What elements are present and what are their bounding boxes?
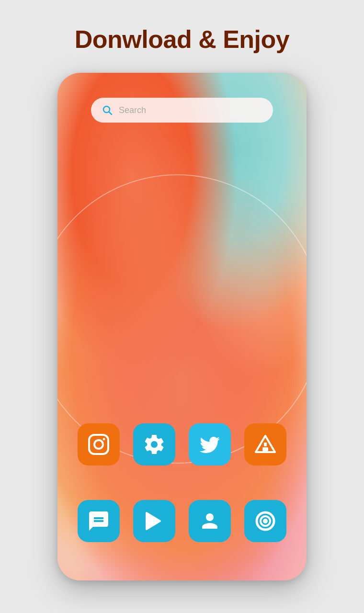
app-icon-instagram[interactable] bbox=[78, 423, 120, 465]
app-icon-messages[interactable] bbox=[78, 500, 120, 542]
svg-rect-6 bbox=[262, 447, 268, 451]
phone-frame: Search bbox=[57, 73, 307, 580]
svg-point-10 bbox=[263, 519, 268, 523]
app-icon-camera[interactable] bbox=[244, 500, 286, 542]
search-placeholder: Search bbox=[119, 105, 146, 115]
search-bar-container[interactable]: Search bbox=[91, 98, 273, 123]
app-icon-settings[interactable] bbox=[133, 423, 175, 465]
app-row-1 bbox=[77, 423, 287, 465]
search-icon bbox=[101, 103, 114, 117]
app-row-2 bbox=[77, 500, 287, 542]
search-bar[interactable]: Search bbox=[91, 98, 273, 123]
svg-point-3 bbox=[94, 440, 103, 449]
svg-rect-2 bbox=[89, 435, 108, 454]
svg-rect-7 bbox=[264, 443, 267, 446]
app-icon-playstore[interactable] bbox=[133, 500, 175, 542]
svg-line-1 bbox=[109, 112, 112, 115]
page-title: Donwload & Enjoy bbox=[75, 25, 289, 54]
app-icon-twitter[interactable] bbox=[189, 423, 231, 465]
svg-point-4 bbox=[103, 438, 105, 441]
app-icon-contacts[interactable] bbox=[189, 500, 231, 542]
app-icon-vlc[interactable] bbox=[244, 423, 286, 465]
